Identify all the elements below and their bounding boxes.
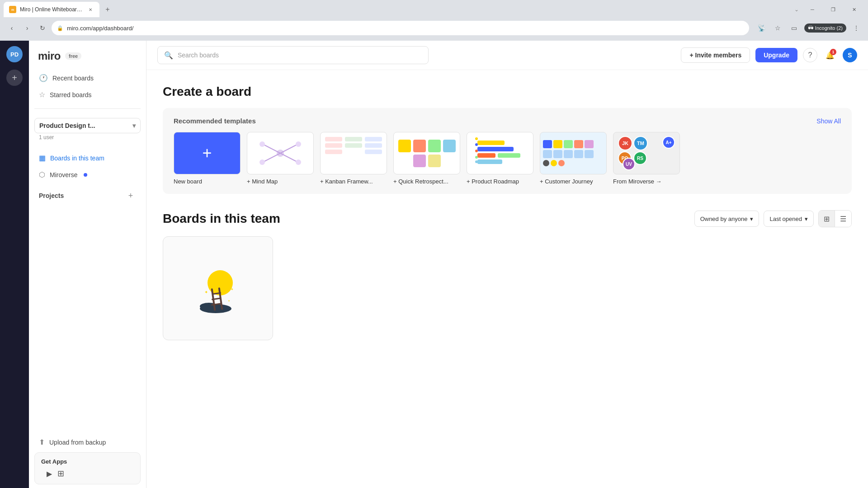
team-section: Product Design t... ▾ 1 user xyxy=(29,114,146,148)
search-bar[interactable]: 🔍 Search boards xyxy=(157,46,429,64)
mind-map-thumb xyxy=(247,132,314,174)
kanban-template[interactable]: + Kanban Framew... xyxy=(320,132,387,185)
cast-icon[interactable]: 📡 xyxy=(755,22,768,34)
svg-rect-15 xyxy=(477,160,502,164)
svg-text:✦: ✦ xyxy=(231,287,234,291)
svg-line-3 xyxy=(264,145,280,153)
close-tab-button[interactable]: ✕ xyxy=(87,6,94,13)
templates-grid: + New board xyxy=(174,132,841,185)
invite-members-button[interactable]: + Invite members xyxy=(681,47,750,63)
star-icon: ☆ xyxy=(39,90,45,99)
view-toggle: ⊞ ☰ xyxy=(818,210,852,227)
add-workspace-button[interactable]: + xyxy=(6,70,23,86)
close-window-button[interactable]: ✕ xyxy=(844,2,864,17)
roadmap-thumb xyxy=(467,132,533,174)
refresh-button[interactable]: ↻ xyxy=(36,22,49,34)
mind-map-label: + Mind Map xyxy=(247,178,314,185)
sort-filter[interactable]: Last opened ▾ xyxy=(764,211,814,227)
incognito-badge: 🕶 Incognito (2) xyxy=(804,23,846,33)
retro-label: + Quick Retrospect... xyxy=(393,178,460,185)
owned-by-filter[interactable]: Owned by anyone ▾ xyxy=(694,211,760,227)
logo-area: miro free xyxy=(29,41,146,70)
recommended-templates-label: Recommended templates xyxy=(174,117,256,125)
main-content: 🔍 Search boards + Invite members Upgrade… xyxy=(146,41,868,488)
projects-header: Projects + xyxy=(29,185,146,205)
minimize-window-button[interactable]: ─ xyxy=(802,2,823,17)
svg-point-17 xyxy=(475,143,478,146)
back-button[interactable]: ‹ xyxy=(5,22,18,34)
kanban-thumb xyxy=(320,132,387,174)
sidebar-item-recent-boards[interactable]: 🕐 Recent boards xyxy=(34,70,141,86)
miro-logo: miro xyxy=(38,50,61,62)
retro-template[interactable]: + Quick Retrospect... xyxy=(393,132,460,185)
miroverse-template[interactable]: JK TM A+ PQ RS UV From Miroverse → xyxy=(613,132,680,185)
chevron-down-icon: ▾ xyxy=(750,216,753,222)
miroverse-notification-dot xyxy=(84,173,87,177)
top-bar-actions: + Invite members Upgrade ? 🔔 1 S xyxy=(681,47,857,63)
upgrade-button[interactable]: Upgrade xyxy=(755,48,797,62)
menu-button[interactable]: ⋮ xyxy=(850,22,863,34)
svg-point-4 xyxy=(259,141,265,147)
notification-badge: 1 xyxy=(830,49,836,55)
miroverse-label: From Miroverse → xyxy=(613,178,680,185)
board-icon: ▦ xyxy=(39,154,46,162)
customer-journey-thumb xyxy=(540,132,607,174)
grid-view-button[interactable]: ⊞ xyxy=(819,211,835,227)
mind-map-template[interactable]: + Mind Map xyxy=(247,132,314,185)
plus-icon: + xyxy=(202,144,212,163)
help-button[interactable]: ? xyxy=(803,48,817,62)
new-board-template[interactable]: + New board xyxy=(174,132,241,185)
sidebar-item-starred-boards[interactable]: ☆ Starred boards xyxy=(34,86,141,103)
workspace-avatar[interactable]: PD xyxy=(6,46,23,62)
active-browser-tab[interactable]: m Miro | Online Whiteboard for Vis ✕ xyxy=(4,2,99,17)
svg-text:✦: ✦ xyxy=(204,290,208,295)
url-text: miro.com/app/dashboard/ xyxy=(67,25,133,32)
svg-line-5 xyxy=(280,145,296,153)
svg-line-7 xyxy=(264,153,280,161)
team-user-count: 1 user xyxy=(34,133,141,144)
show-all-link[interactable]: Show All xyxy=(816,117,841,125)
tab-title: Miro | Online Whiteboard for Vis xyxy=(20,6,83,13)
screenshot-icon[interactable]: ▭ xyxy=(788,22,801,34)
svg-point-8 xyxy=(259,160,265,165)
chevron-down-icon: ▾ xyxy=(132,122,136,129)
sidebar-team-items: ▦ Boards in this team ⬡ Miroverse xyxy=(29,148,146,185)
sidebar-bottom-section: ⬆ Upload from backup Get Apps ▶ ⊞ xyxy=(29,434,146,488)
svg-point-16 xyxy=(475,137,478,140)
customer-journey-template[interactable]: + Customer Journey xyxy=(540,132,607,185)
boards-controls: Owned by anyone ▾ Last opened ▾ ⊞ ☰ xyxy=(694,210,852,227)
user-avatar[interactable]: S xyxy=(843,48,857,62)
new-board-thumb: + xyxy=(174,132,241,174)
windows-store-icon[interactable]: ⊞ xyxy=(57,469,64,479)
new-tab-button[interactable]: + xyxy=(101,3,114,16)
roadmap-template[interactable]: + Product Roadmap xyxy=(467,132,533,185)
get-apps-card: Get Apps ▶ ⊞ xyxy=(34,452,141,484)
notification-button[interactable]: 🔔 1 xyxy=(823,48,837,62)
address-bar[interactable]: 🔒 miro.com/app/dashboard/ xyxy=(52,21,749,35)
create-board-title: Create a board xyxy=(163,84,852,99)
bookmark-icon[interactable]: ☆ xyxy=(772,22,784,34)
roadmap-label: + Product Roadmap xyxy=(467,178,533,185)
google-play-icon[interactable]: ▶ xyxy=(47,469,52,478)
sidebar-divider-1 xyxy=(34,108,141,109)
kanban-label: + Kanban Framew... xyxy=(320,178,387,185)
add-project-button[interactable]: + xyxy=(125,190,136,201)
svg-rect-11 xyxy=(477,141,505,145)
clock-icon: 🕐 xyxy=(39,74,48,82)
sidebar-item-miroverse[interactable]: ⬡ Miroverse xyxy=(34,166,141,183)
boards-in-team-title: Boards in this team xyxy=(163,211,280,226)
free-badge: free xyxy=(65,52,81,60)
restore-window-button[interactable]: ❐ xyxy=(823,2,844,17)
dashboard: Create a board Recommended templates Sho… xyxy=(146,70,868,355)
team-selector[interactable]: Product Design t... ▾ xyxy=(34,118,141,133)
svg-line-9 xyxy=(280,153,296,161)
empty-board-card[interactable]: ✦ ✦ ✦ xyxy=(163,236,273,340)
sidebar-item-boards-in-team[interactable]: ▦ Boards in this team xyxy=(34,150,141,166)
forward-button[interactable]: › xyxy=(21,22,33,34)
svg-text:✦: ✦ xyxy=(228,300,230,302)
upload-from-backup-button[interactable]: ⬆ Upload from backup xyxy=(34,434,141,450)
tab-favicon: m xyxy=(9,6,16,13)
list-view-button[interactable]: ☰ xyxy=(835,211,851,227)
sidebar-nav: 🕐 Recent boards ☆ Starred boards xyxy=(29,70,146,103)
new-board-label: New board xyxy=(174,178,241,185)
